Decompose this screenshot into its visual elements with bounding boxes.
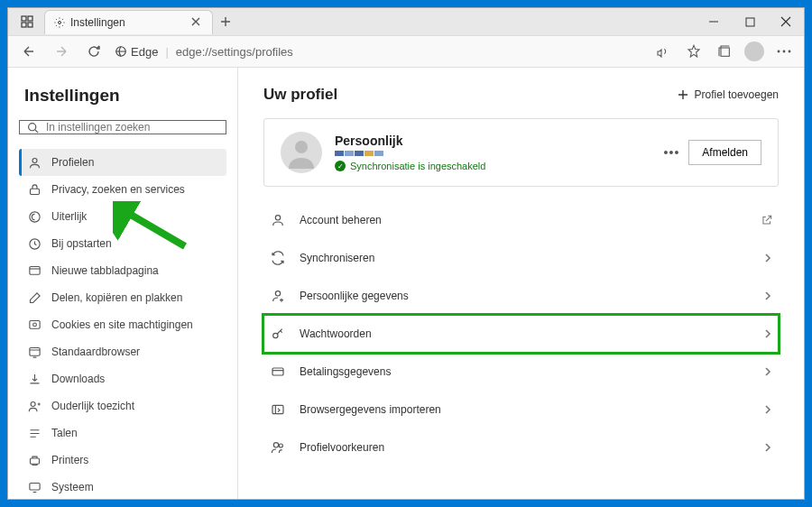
settings-sidebar: Instellingen ProfielenPrivacy, zoeken en… <box>8 68 238 499</box>
sidebar-item[interactable]: Downloads <box>19 365 226 392</box>
option-row[interactable]: Synchroniseren <box>263 239 779 277</box>
collections-icon[interactable] <box>714 41 735 62</box>
option-icon <box>269 287 287 305</box>
nav-label: Privacy, zoeken en services <box>51 183 185 196</box>
svg-rect-1 <box>28 16 32 21</box>
chevron-right-icon <box>762 290 773 301</box>
option-label: Account beheren <box>300 214 748 226</box>
option-label: Wachtwoorden <box>300 327 750 340</box>
option-row[interactable]: Persoonlijke gegevens <box>263 277 779 315</box>
svg-rect-3 <box>28 23 32 27</box>
option-icon <box>269 438 287 456</box>
address-bar[interactable]: Edge | edge://settings/profiles <box>115 45 643 59</box>
signout-button[interactable]: Afmelden <box>688 140 761 165</box>
new-tab-button[interactable] <box>213 15 238 28</box>
sidebar-item[interactable]: Delen, kopiëren en plakken <box>19 284 226 311</box>
svg-rect-30 <box>272 405 283 413</box>
maximize-button[interactable] <box>732 8 768 35</box>
main-header: Uw profiel Profiel toevoegen <box>263 86 779 104</box>
minimize-button[interactable] <box>696 8 732 35</box>
option-row[interactable]: Wachtwoorden <box>263 315 779 353</box>
option-icon <box>269 363 287 381</box>
forward-button[interactable] <box>50 40 73 63</box>
nav-label: Systeem <box>51 481 94 493</box>
profile-more-icon[interactable]: ••• <box>664 145 680 160</box>
window-controls <box>696 8 804 35</box>
nav-icon <box>26 452 42 468</box>
svg-point-14 <box>29 211 39 221</box>
nav-icon <box>26 371 42 387</box>
option-row[interactable]: Account beheren <box>263 201 779 239</box>
chevron-right-icon <box>762 366 773 377</box>
option-label: Synchroniseren <box>300 252 750 264</box>
svg-point-4 <box>59 21 61 23</box>
refresh-button[interactable] <box>82 40 106 63</box>
sync-status-label: Synchronisatie is ingeschakeld <box>350 161 485 171</box>
nav-label: Bij opstarten <box>51 237 112 250</box>
sidebar-item[interactable]: Ouderlijk toezicht <box>19 392 226 419</box>
nav-label: Printers <box>51 454 88 466</box>
profile-options-list: Account beherenSynchroniserenPersoonlijk… <box>263 201 779 466</box>
profile-name: Persoonlijk <box>335 134 651 148</box>
favorite-icon[interactable] <box>683 41 705 62</box>
svg-point-28 <box>273 333 278 337</box>
sidebar-item[interactable]: Privacy, zoeken en services <box>19 176 226 203</box>
sidebar-item[interactable]: Uiterlijk <box>19 203 226 230</box>
nav-icon <box>26 208 42 225</box>
nav-label: Profielen <box>51 156 94 169</box>
sync-status: ✓ Synchronisatie is ingeschakeld <box>335 161 651 171</box>
close-tab-icon[interactable] <box>190 16 203 29</box>
close-window-button[interactable] <box>768 8 804 35</box>
sidebar-item[interactable]: Cookies en site machtigingen <box>19 311 226 338</box>
svg-point-18 <box>32 323 36 327</box>
tab-title: Instellingen <box>70 16 125 29</box>
settings-search[interactable] <box>19 120 226 134</box>
option-row[interactable]: Profielvoorkeuren <box>263 429 779 466</box>
search-input[interactable] <box>46 121 218 134</box>
sidebar-item[interactable]: Printers <box>19 447 226 474</box>
sidebar-item[interactable]: Systeem <box>19 474 226 499</box>
option-label: Betalingsgegevens <box>300 365 750 378</box>
add-profile-label: Profiel toevoegen <box>695 88 779 101</box>
sidebar-item[interactable]: Standaardbrowser <box>19 338 226 365</box>
back-button[interactable] <box>17 40 41 63</box>
option-row[interactable]: Betalingsgegevens <box>263 353 779 391</box>
nav-icon <box>26 425 42 441</box>
option-row[interactable]: Browsergegevens importeren <box>263 391 779 429</box>
svg-rect-0 <box>22 16 26 21</box>
nav-label: Standaardbrowser <box>51 346 140 358</box>
svg-point-8 <box>778 51 780 53</box>
settings-nav-list: ProfielenPrivacy, zoeken en servicesUite… <box>19 149 226 499</box>
sidebar-item[interactable]: Nieuwe tabbladpagina <box>19 257 226 284</box>
titlebar: Instellingen <box>8 8 804 35</box>
sidebar-item[interactable]: Profielen <box>19 149 226 176</box>
nav-label: Uiterlijk <box>51 210 87 223</box>
profile-card: Persoonlijk ✓ Synchronisatie is ingescha… <box>263 118 779 187</box>
profile-color-bar <box>335 151 651 156</box>
page-title: Uw profiel <box>263 86 337 104</box>
svg-rect-13 <box>30 189 39 194</box>
svg-rect-7 <box>721 48 729 56</box>
read-aloud-icon[interactable] <box>652 41 674 62</box>
option-label: Profielvoorkeuren <box>300 441 750 454</box>
url-text: edge://settings/profiles <box>176 45 293 59</box>
nav-icon <box>26 317 42 333</box>
svg-point-9 <box>783 51 786 53</box>
svg-point-12 <box>32 158 37 162</box>
edge-label: Edge <box>131 45 158 59</box>
profile-avatar-icon[interactable] <box>744 41 764 61</box>
sidebar-item[interactable]: Bij opstarten <box>19 230 226 257</box>
add-profile-button[interactable]: Profiel toevoegen <box>677 88 779 101</box>
svg-rect-19 <box>29 347 39 355</box>
svg-point-25 <box>295 141 308 153</box>
profile-actions: ••• Afmelden <box>664 140 761 165</box>
sidebar-item[interactable]: Talen <box>19 419 226 447</box>
more-menu-icon[interactable] <box>773 41 795 62</box>
profile-info: Persoonlijk ✓ Synchronisatie is ingescha… <box>335 134 651 171</box>
sync-check-icon: ✓ <box>335 161 346 171</box>
edge-badge: Edge <box>115 45 158 59</box>
option-label: Browsergegevens importeren <box>300 403 750 416</box>
settings-main: Uw profiel Profiel toevoegen Persoonlijk… <box>238 68 804 499</box>
chevron-right-icon <box>762 404 773 415</box>
browser-tab[interactable]: Instellingen <box>44 10 213 34</box>
